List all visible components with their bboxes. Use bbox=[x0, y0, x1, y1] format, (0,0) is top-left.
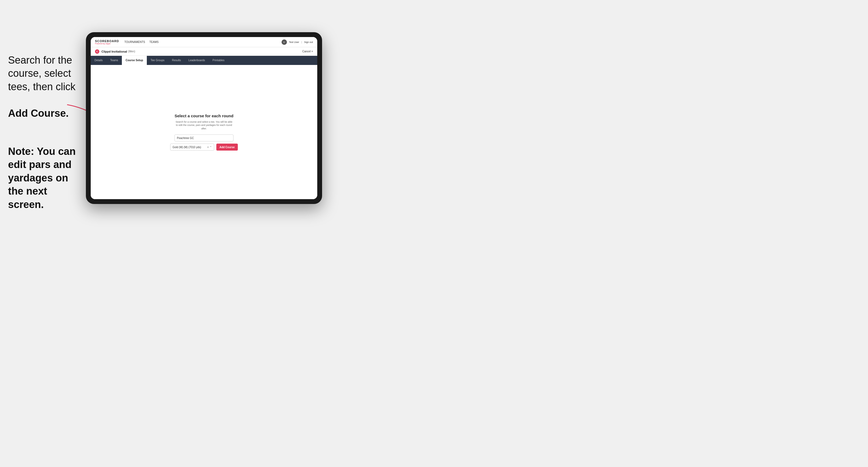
course-search-input[interactable] bbox=[175, 134, 234, 142]
content-description: Search for a course and select a tee. Yo… bbox=[175, 120, 234, 130]
user-text: Test User bbox=[289, 41, 299, 43]
instruction-line2: Note: You can edit pars and yardages on … bbox=[8, 146, 76, 210]
nav-tournaments[interactable]: TOURNAMENTS bbox=[124, 40, 145, 43]
tournament-logo: C bbox=[95, 50, 99, 54]
tee-select[interactable]: Gold (M) (M) (7010 yds) × ⌃ bbox=[170, 144, 214, 151]
nav-right: U Test User | Sign out bbox=[282, 39, 313, 45]
logo-sub: Powered by clippd bbox=[95, 43, 119, 44]
tab-bar: Details Teams Course Setup Tee Groups Re… bbox=[91, 56, 317, 65]
tournament-title: Clippd Invitational bbox=[101, 50, 127, 53]
tab-course-setup[interactable]: Course Setup bbox=[122, 56, 147, 65]
logo-text: SCOREBOARD bbox=[95, 39, 119, 43]
tablet-frame: SCOREBOARD Powered by clippd TOURNAMENTS… bbox=[86, 32, 322, 204]
tab-leaderboards[interactable]: Leaderboards bbox=[185, 56, 209, 65]
nav-teams[interactable]: TEAMS bbox=[150, 40, 159, 43]
tab-results[interactable]: Results bbox=[168, 56, 185, 65]
tab-details[interactable]: Details bbox=[91, 56, 106, 65]
instruction-line1: Search for the course, select tees, then… bbox=[8, 55, 75, 92]
tab-teams[interactable]: Teams bbox=[106, 56, 122, 65]
tournament-bar: C Clippd Invitational (Men) Cancel × bbox=[91, 47, 317, 56]
instruction-panel: Search for the course, select tees, then… bbox=[8, 54, 81, 120]
content-title: Select a course for each round bbox=[175, 114, 233, 118]
cancel-button[interactable]: Cancel × bbox=[302, 50, 313, 53]
logo-area: SCOREBOARD Powered by clippd bbox=[95, 39, 119, 44]
instruction-panel-2: Note: You can edit pars and yardages on … bbox=[8, 145, 83, 211]
user-avatar: U bbox=[282, 39, 287, 45]
tee-select-value: Gold (M) (M) (7010 yds) bbox=[173, 146, 201, 149]
top-nav: SCOREBOARD Powered by clippd TOURNAMENTS… bbox=[91, 37, 317, 47]
main-content: Select a course for each round Search fo… bbox=[91, 65, 317, 199]
tab-tee-groups[interactable]: Tee Groups bbox=[147, 56, 168, 65]
instruction-line1-bold: Add Course. bbox=[8, 107, 69, 119]
nav-divider: | bbox=[302, 41, 302, 43]
sign-out-link[interactable]: Sign out bbox=[304, 41, 313, 43]
tee-row: Gold (M) (M) (7010 yds) × ⌃ Add Course bbox=[170, 144, 238, 151]
nav-links: TOURNAMENTS TEAMS bbox=[124, 40, 159, 43]
tee-select-icons: × ⌃ bbox=[207, 146, 212, 149]
tab-printables[interactable]: Printables bbox=[209, 56, 228, 65]
tablet-screen: SCOREBOARD Powered by clippd TOURNAMENTS… bbox=[91, 37, 317, 199]
tournament-subtitle: (Men) bbox=[128, 50, 135, 53]
add-course-button[interactable]: Add Course bbox=[216, 144, 238, 151]
